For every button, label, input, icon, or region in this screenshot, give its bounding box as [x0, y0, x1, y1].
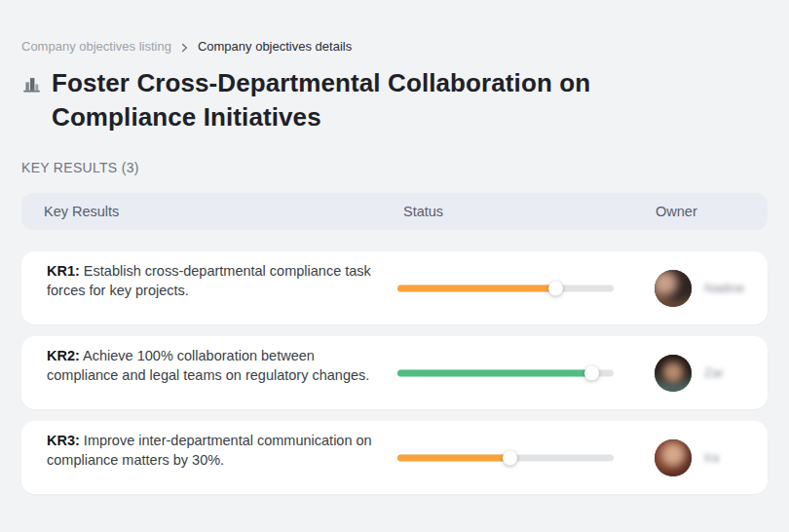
owner-name: Zar [704, 365, 724, 380]
column-header-status: Status [403, 204, 443, 219]
progress-thumb[interactable] [503, 450, 517, 465]
key-results-list: KR1: Establish cross-departmental compli… [21, 251, 768, 494]
owner-cell: Ira [655, 439, 719, 476]
owner-name: Ira [704, 450, 719, 465]
key-result-label: KR1: [47, 263, 80, 279]
owner-cell: Nadine [655, 270, 744, 307]
page-title: Foster Cross-Departmental Collaboration … [52, 66, 646, 134]
objective-title-row: Foster Cross-Departmental Collaboration … [21, 66, 768, 134]
table-header: Key Results Status Owner [21, 193, 768, 230]
avatar-photo [655, 439, 692, 476]
objective-details-page: Company objectives listing Company objec… [0, 0, 789, 494]
breadcrumb-item-listing[interactable]: Company objectives listing [21, 39, 171, 55]
key-result-text: KR2: Achieve 100% collaboration between … [47, 346, 386, 385]
progress-fill [397, 285, 555, 291]
key-result-text: KR1: Establish cross-departmental compli… [47, 261, 386, 300]
key-result-label: KR3: [47, 433, 80, 448]
key-result-row[interactable]: KR3: Improve inter-departmental communic… [21, 421, 768, 494]
column-header-key-results: Key Results [44, 204, 119, 219]
key-result-text: KR3: Improve inter-departmental communic… [47, 431, 386, 470]
progress-thumb[interactable] [584, 365, 599, 380]
progress-slider[interactable] [397, 285, 614, 291]
key-results-section-label: KEY RESULTS (3) [21, 160, 768, 175]
breadcrumb-item-details: Company objectives details [198, 39, 352, 55]
city-buildings-icon [21, 74, 42, 95]
owner-cell: Zar [655, 355, 724, 392]
progress-fill [397, 369, 592, 376]
key-result-row[interactable]: KR2: Achieve 100% collaboration between … [21, 336, 768, 409]
avatar-photo [655, 355, 692, 392]
avatar [655, 355, 692, 392]
progress-slider[interactable] [397, 454, 614, 461]
key-result-label: KR2: [47, 348, 80, 363]
progress-thumb[interactable] [548, 281, 563, 295]
owner-name: Nadine [704, 281, 744, 295]
avatar-photo [655, 270, 692, 307]
key-result-row[interactable]: KR1: Establish cross-departmental compli… [21, 251, 768, 324]
avatar [655, 439, 692, 476]
avatar [655, 270, 692, 307]
chevron-right-icon [180, 43, 189, 53]
progress-slider[interactable] [397, 369, 614, 376]
breadcrumb: Company objectives listing Company objec… [21, 39, 768, 55]
column-header-owner: Owner [656, 204, 697, 219]
progress-fill [397, 454, 509, 461]
